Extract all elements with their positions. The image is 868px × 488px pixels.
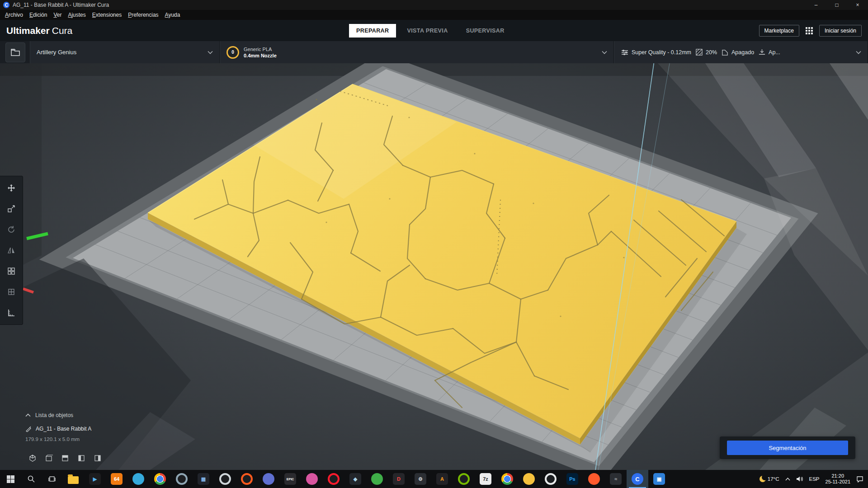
file-explorer[interactable] [62, 470, 84, 488]
object-dimensions: 179.9 x 120.1 x 5.0 mm [25, 436, 91, 442]
tray-expand-button[interactable] [785, 478, 790, 481]
search-icon [27, 475, 35, 483]
scene-3d[interactable] [0, 63, 868, 470]
view-right-button[interactable] [92, 453, 103, 464]
printer-name: Artillery Genius [37, 49, 76, 56]
photos-app[interactable]: ▣ [648, 470, 670, 488]
move-icon [7, 183, 16, 192]
tool-measure[interactable] [0, 302, 23, 323]
nozzle-size: 0.4mm Nozzle [244, 52, 277, 59]
menu-ver[interactable]: Ver [50, 11, 65, 19]
d-app[interactable]: D [388, 470, 410, 488]
xbox-app[interactable] [366, 470, 388, 488]
titlebar: C AG_11 - Base Rabbit A - Ultimaker Cura… [0, 0, 868, 10]
desktop: { "titlebar": { "app_icon": "C", "title"… [0, 0, 868, 488]
cura-icon: C [632, 473, 643, 485]
object-list-item[interactable]: AG_11 - Base Rabbit A [25, 426, 91, 432]
photoshop-app[interactable]: Ps [561, 470, 583, 488]
viewport-3d[interactable]: Lista de objetos AG_11 - Base Rabbit A 1… [0, 63, 868, 470]
media-player-app[interactable] [236, 470, 258, 488]
flame-app[interactable] [583, 470, 605, 488]
close-button[interactable]: × [847, 0, 868, 10]
audio-app[interactable]: A [431, 470, 453, 488]
game-yellow-app[interactable] [518, 470, 540, 488]
menu-ayuda[interactable]: Ayuda [162, 11, 184, 19]
settings-app[interactable]: ⚙ [410, 470, 431, 488]
chrome-browser-2[interactable] [496, 470, 518, 488]
material-selector[interactable]: 0 Generic PLA 0.4mm Nozzle [220, 41, 614, 63]
steam-app[interactable] [171, 470, 193, 488]
chrome-browser[interactable] [149, 470, 171, 488]
start-button[interactable] [0, 470, 21, 488]
spreadsheet-app[interactable]: ▦ [193, 470, 214, 488]
support-value: Apagado [731, 49, 754, 56]
tool-mirror[interactable] [0, 240, 23, 261]
edge-browser[interactable] [127, 470, 149, 488]
view-front-button[interactable] [43, 453, 54, 464]
utility-app[interactable]: ≈ [605, 470, 627, 488]
volume-button[interactable] [796, 476, 803, 482]
menu-extensiones[interactable]: Extensiones [89, 11, 125, 19]
tool-scale[interactable] [0, 198, 23, 219]
cura-app[interactable]: C [627, 470, 648, 488]
chevron-down-icon [602, 51, 607, 54]
folder-open-icon [10, 47, 20, 57]
print-settings-selector[interactable]: Super Quality - 0.12mm 20% Apagado Ap... [614, 41, 868, 63]
slice-panel: Segmentación [720, 436, 855, 459]
task-view-icon [48, 475, 56, 483]
seven-zip[interactable]: 7z [475, 470, 496, 488]
ea-app[interactable] [540, 470, 561, 488]
diamond-app[interactable]: ◆ [344, 470, 366, 488]
object-icon [25, 426, 32, 432]
game-launcher[interactable] [214, 470, 236, 488]
tool-support-blocker[interactable] [0, 282, 23, 302]
geforce-app[interactable] [453, 470, 475, 488]
opera-browser[interactable] [323, 470, 344, 488]
sign-in-button[interactable]: Iniciar sesión [819, 25, 862, 37]
menu-edicion[interactable]: Edición [26, 11, 50, 19]
menu-preferencias[interactable]: Preferencias [125, 11, 161, 19]
minimize-button[interactable]: – [806, 0, 826, 10]
tab-supervisar[interactable]: SUPERVISAR [459, 24, 512, 38]
tab-vista-previa[interactable]: VISTA PREVIA [400, 24, 455, 38]
material-name: Generic PLA [244, 46, 277, 52]
slice-button[interactable]: Segmentación [727, 441, 848, 455]
object-list-title[interactable]: Lista de objetos [35, 412, 73, 418]
task-view-button[interactable] [42, 470, 62, 488]
cube-3d-icon [28, 454, 37, 462]
weather-temp: 17°C [768, 476, 779, 482]
support-icon [721, 48, 729, 56]
clock-time: 21:20 [832, 473, 844, 479]
apps-grid-icon[interactable] [806, 27, 813, 34]
tool-move[interactable] [0, 178, 23, 198]
language-indicator[interactable]: ESP [809, 476, 820, 482]
clock-widget[interactable]: 21:20 25-11-2021 [826, 473, 850, 485]
tool-rotate[interactable] [0, 219, 23, 240]
search-button[interactable] [21, 470, 42, 488]
printer-selector[interactable]: Artillery Genius [30, 41, 220, 63]
view-3d-button[interactable] [27, 453, 38, 464]
movies-tv-app[interactable]: ▶ [84, 470, 106, 488]
action-center-button[interactable] [856, 476, 863, 483]
mirror-icon [7, 246, 16, 255]
weather-widget[interactable]: 17°C [760, 476, 779, 482]
chevron-up-icon [785, 478, 790, 481]
app-header: UltimakerCura PREPARAR VISTA PREVIA SUPE… [0, 20, 868, 41]
maximize-button[interactable]: □ [826, 0, 847, 10]
menu-ajustes[interactable]: Ajustes [65, 11, 89, 19]
chrome-icon [501, 473, 513, 485]
epic-games[interactable]: EPIC [279, 470, 301, 488]
open-file-button[interactable] [5, 42, 25, 62]
view-top-button[interactable] [60, 453, 71, 464]
app-64[interactable]: 64 [106, 470, 127, 488]
tab-preparar[interactable]: PREPARAR [349, 24, 396, 38]
marketplace-button[interactable]: Marketplace [759, 25, 799, 37]
right-view-icon [94, 454, 102, 462]
tool-per-model-settings[interactable] [0, 261, 23, 282]
collapse-chevron-icon[interactable] [25, 413, 31, 417]
discord-app[interactable] [258, 470, 279, 488]
view-left-button[interactable] [76, 453, 87, 464]
pink-app[interactable] [301, 470, 323, 488]
speaker-icon [796, 476, 803, 482]
menu-archivo[interactable]: Archivo [2, 11, 26, 19]
